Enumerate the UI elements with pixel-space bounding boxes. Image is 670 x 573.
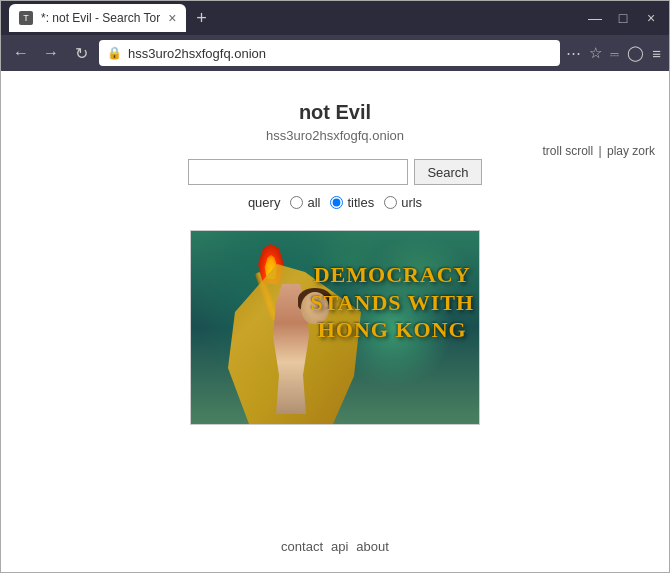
about-link[interactable]: about	[356, 539, 389, 554]
refresh-button[interactable]: ↻	[69, 42, 93, 65]
more-options-button[interactable]: ⋯	[566, 44, 581, 62]
footer-links: contact api about	[281, 539, 389, 554]
all-radio-group[interactable]: all	[290, 195, 320, 210]
nav-actions: ⋯ ☆ ⎓ ◯ ≡	[566, 44, 661, 62]
all-label: all	[307, 195, 320, 210]
tab-favicon: T	[19, 11, 33, 25]
search-input[interactable]	[188, 159, 408, 185]
poster-line-2: STANDS WITH	[310, 289, 474, 317]
menu-button[interactable]: ≡	[652, 45, 661, 62]
page-content: troll scroll | play zork not Evil hss3ur…	[1, 71, 669, 572]
forward-button[interactable]: →	[39, 42, 63, 64]
tab-title: *: not Evil - Search Tor	[41, 11, 160, 25]
titles-label: titles	[347, 195, 374, 210]
contact-link[interactable]: contact	[281, 539, 323, 554]
urls-radio-group[interactable]: urls	[384, 195, 422, 210]
address-text: hss3uro2hsxfogfq.onion	[128, 46, 552, 61]
top-links: troll scroll | play zork	[542, 144, 655, 158]
titles-radio[interactable]	[330, 196, 343, 209]
api-link[interactable]: api	[331, 539, 348, 554]
nav-bar: ← → ↻ 🔒 hss3uro2hsxfogfq.onion ⋯ ☆ ⎓ ◯ ≡	[1, 35, 669, 71]
profile-button[interactable]: ◯	[627, 44, 644, 62]
troll-scroll-link[interactable]: troll scroll	[542, 144, 593, 158]
query-label: query	[248, 195, 281, 210]
lock-icon: 🔒	[107, 46, 122, 60]
search-button[interactable]: Search	[414, 159, 481, 185]
urls-radio[interactable]	[384, 196, 397, 209]
poster-image: DEMOCRACY STANDS WITH HONG KONG	[190, 230, 480, 425]
title-bar: T *: not Evil - Search Tor × + — □ ×	[1, 1, 669, 35]
browser-window: T *: not Evil - Search Tor × + — □ × ← →…	[0, 0, 670, 573]
maximize-button[interactable]: □	[613, 10, 633, 26]
bookmark-button[interactable]: ☆	[589, 44, 602, 62]
site-title: not Evil	[299, 101, 371, 124]
site-subtitle: hss3uro2hsxfogfq.onion	[266, 128, 404, 143]
search-form: Search	[188, 159, 481, 185]
titles-radio-group[interactable]: titles	[330, 195, 374, 210]
new-tab-button[interactable]: +	[190, 8, 213, 29]
tab-bar: T *: not Evil - Search Tor × +	[9, 4, 579, 32]
reader-mode-button[interactable]: ⎓	[610, 45, 619, 62]
all-radio[interactable]	[290, 196, 303, 209]
active-tab[interactable]: T *: not Evil - Search Tor ×	[9, 4, 186, 32]
poster-line-1: DEMOCRACY	[310, 261, 474, 289]
link-separator: |	[599, 144, 602, 158]
tab-close-button[interactable]: ×	[168, 11, 176, 25]
address-bar[interactable]: 🔒 hss3uro2hsxfogfq.onion	[99, 40, 560, 66]
poster-line-3: HONG KONG	[310, 316, 474, 344]
minimize-button[interactable]: —	[585, 10, 605, 26]
window-controls: — □ ×	[585, 10, 661, 26]
play-zork-link[interactable]: play zork	[607, 144, 655, 158]
back-button[interactable]: ←	[9, 42, 33, 64]
urls-label: urls	[401, 195, 422, 210]
search-options: query all titles urls	[248, 195, 422, 210]
close-button[interactable]: ×	[641, 10, 661, 26]
poster-text: DEMOCRACY STANDS WITH HONG KONG	[310, 261, 474, 344]
